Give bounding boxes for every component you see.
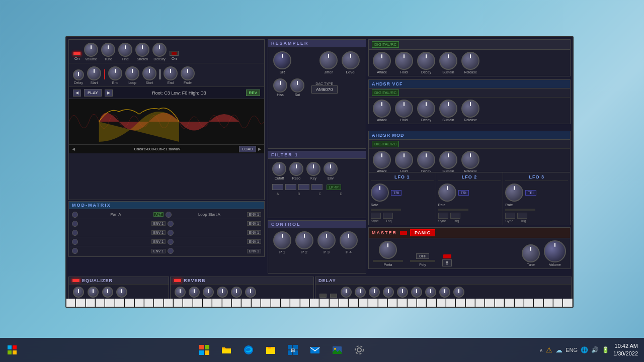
master-volume-knob[interactable] xyxy=(544,240,566,262)
reverb-size-knob[interactable] xyxy=(217,287,228,298)
piano-white-key[interactable] xyxy=(105,299,114,307)
piano-white-key[interactable] xyxy=(203,299,212,307)
piano-white-key[interactable] xyxy=(534,299,543,307)
tray-network-icon[interactable]: 🌐 xyxy=(581,346,588,353)
piano-white-key[interactable] xyxy=(222,299,231,307)
delay-wet-knob[interactable] xyxy=(341,287,352,298)
eq-amount-knob[interactable] xyxy=(88,287,99,298)
mod-env1-btn-4a[interactable]: ENV 1 xyxy=(151,239,166,244)
piano-white-key[interactable] xyxy=(368,299,377,307)
lfo3-rate-knob[interactable] xyxy=(505,184,523,202)
eq-freq-knob[interactable] xyxy=(102,287,113,298)
piano-white-key[interactable] xyxy=(544,299,553,307)
reverb-wet-knob[interactable] xyxy=(189,287,200,298)
porta-knob[interactable] xyxy=(379,241,397,259)
piano-white-key[interactable] xyxy=(281,299,290,307)
reso-knob[interactable] xyxy=(289,162,303,176)
piano-white-key[interactable] xyxy=(135,299,144,307)
taskbar-clock[interactable]: 10:42 AM 1/30/2022 xyxy=(613,342,638,358)
taskbar-appstore-icon[interactable]: ⊞ xyxy=(283,340,303,360)
mod-env1-btn-3a[interactable]: ENV 1 xyxy=(151,230,166,235)
delay-fdb-knob[interactable] xyxy=(425,287,436,298)
filter-slot-c[interactable] xyxy=(298,184,309,190)
piano-white-key[interactable] xyxy=(505,299,514,307)
taskbar-edge-icon[interactable] xyxy=(238,340,259,360)
piano-white-key[interactable] xyxy=(475,299,485,307)
lfo3-btn1[interactable] xyxy=(505,213,515,219)
piano-white-key[interactable] xyxy=(154,299,163,307)
mod-knob-7[interactable] xyxy=(72,239,78,245)
tray-battery-icon[interactable]: 🔋 xyxy=(602,346,609,353)
poly-num-led[interactable] xyxy=(443,254,451,258)
piano-white-key[interactable] xyxy=(437,299,446,307)
sr-knob[interactable] xyxy=(273,51,291,69)
piano-white-key[interactable] xyxy=(515,299,524,307)
reverb-delay-knob[interactable] xyxy=(203,287,214,298)
ahdsr-vcf-hold-knob[interactable] xyxy=(395,100,413,118)
cutoff-knob[interactable] xyxy=(272,162,286,176)
piano-white-key[interactable] xyxy=(242,299,251,307)
sat-knob[interactable] xyxy=(290,78,304,93)
filter-mode-btn[interactable]: LP 4P xyxy=(327,185,341,190)
piano-white-key[interactable] xyxy=(330,299,339,307)
reverb-high-knob[interactable] xyxy=(231,287,242,298)
piano-white-key[interactable] xyxy=(319,299,329,307)
delay-rate-knob[interactable] xyxy=(411,287,422,298)
piano-white-key[interactable] xyxy=(408,299,417,307)
env-knob[interactable] xyxy=(324,162,338,176)
piano-white-key[interactable] xyxy=(66,299,75,307)
filter-slot-d[interactable] xyxy=(311,184,323,190)
level-knob[interactable] xyxy=(342,51,360,69)
piano-white-key[interactable] xyxy=(300,299,309,307)
piano-white-key[interactable] xyxy=(115,299,124,307)
eq-on-led[interactable] xyxy=(72,279,80,283)
reverb-low-knob[interactable] xyxy=(245,287,256,298)
piano-white-key[interactable] xyxy=(252,299,261,307)
delay-on-led[interactable] xyxy=(319,294,327,298)
piano-white-key[interactable] xyxy=(174,299,183,307)
ahdsr-d-decay-knob[interactable] xyxy=(417,52,435,70)
mod-knob-4[interactable] xyxy=(168,221,174,227)
lfo2-rate-knob[interactable] xyxy=(438,184,456,202)
stretch-knob[interactable] xyxy=(135,43,149,57)
mod-env1-btn-3b[interactable]: ENV 1 xyxy=(247,230,261,235)
load-button[interactable]: LOAD xyxy=(239,146,256,152)
taskbar-explorer-icon[interactable] xyxy=(216,340,236,360)
taskbar-store-icon[interactable] xyxy=(194,340,214,360)
fine-knob[interactable] xyxy=(118,43,132,57)
density-knob[interactable] xyxy=(152,43,167,57)
poly-num-btn[interactable]: 8 xyxy=(442,259,452,266)
piano-white-key[interactable] xyxy=(495,299,504,307)
next-file-btn[interactable]: ▶ xyxy=(258,147,261,151)
tray-cloud-icon[interactable]: ☁ xyxy=(555,346,562,354)
mod-knob-8[interactable] xyxy=(168,239,174,245)
piano-white-key[interactable] xyxy=(96,299,105,307)
reverb-on-led[interactable] xyxy=(174,279,182,283)
lfo1-tri-btn[interactable]: TRI xyxy=(391,190,401,196)
end2-knob[interactable] xyxy=(164,66,178,80)
ahdsr-mod-attack-knob[interactable] xyxy=(373,151,391,169)
mod-env1-btn-5b[interactable]: ENV 1 xyxy=(247,249,261,253)
jitter-knob[interactable] xyxy=(319,51,338,69)
mod-knob-2[interactable] xyxy=(166,212,172,218)
tray-warning-icon[interactable]: ⚠ xyxy=(546,346,552,354)
tray-lang[interactable]: ENG xyxy=(566,347,578,353)
piano-white-key[interactable] xyxy=(359,299,368,307)
ahdsr-d-attack-knob[interactable] xyxy=(373,52,391,70)
eq-q-knob[interactable] xyxy=(116,287,127,298)
piano-white-key[interactable] xyxy=(144,299,153,307)
start2-knob[interactable] xyxy=(142,66,156,80)
lfo1-btn2[interactable] xyxy=(383,213,393,219)
delay-knob[interactable] xyxy=(73,69,84,80)
piano-white-key[interactable] xyxy=(417,299,426,307)
prev-button[interactable]: ◀ xyxy=(73,89,81,97)
ahdsr-mod-sustain-knob[interactable] xyxy=(439,151,457,169)
ahdsr-mod-hold-knob[interactable] xyxy=(395,151,413,169)
delay-spread-knob[interactable] xyxy=(383,287,394,298)
mod-env1-btn-1[interactable]: ENV 1 xyxy=(247,212,261,217)
digital-rc-badge-1[interactable]: DIGITAL/RC xyxy=(372,41,399,48)
digital-rc-badge-2[interactable]: DIGITAL/RC xyxy=(372,89,399,96)
piano-white-key[interactable] xyxy=(397,299,407,307)
piano-white-key[interactable] xyxy=(164,299,173,307)
loop-knob[interactable] xyxy=(125,66,139,80)
